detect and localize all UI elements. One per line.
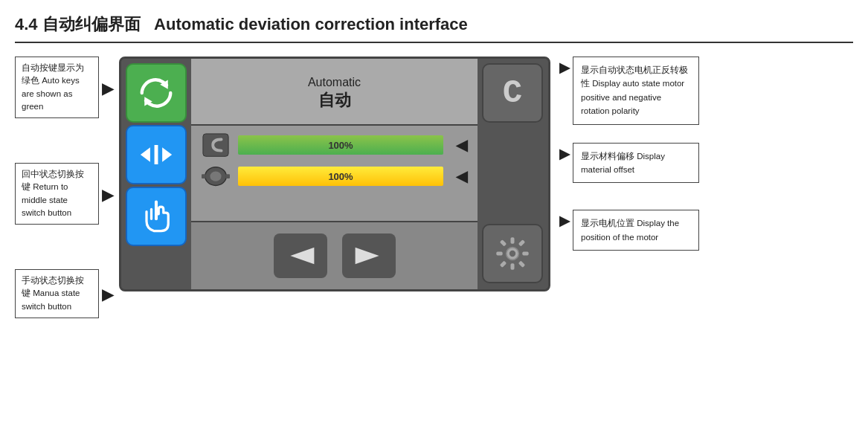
manual-icon xyxy=(137,197,176,236)
mode-label-en: Automatic xyxy=(308,76,361,89)
svg-rect-17 xyxy=(522,252,528,256)
svg-rect-5 xyxy=(203,134,228,156)
auto-icon xyxy=(135,72,177,114)
annotation-center-key: 回中状态切换按键 Return to middle state switch b… xyxy=(15,163,99,225)
progress-bar-2-fill: 100% xyxy=(238,167,443,186)
svg-marker-2 xyxy=(141,147,150,162)
arrow-to-bar1: ◀ xyxy=(456,136,467,154)
c-button-label: C xyxy=(503,74,522,112)
progress-bar-1-container: 100% xyxy=(237,135,444,155)
sensor-icon-1 xyxy=(202,133,230,157)
annotation-motor-position: 显示电机位置 Display the position of the motor xyxy=(573,210,699,251)
bar-row-2: 100% ◀ xyxy=(202,164,467,188)
progress-bar-1-label: 100% xyxy=(328,140,353,151)
progress-bar-2-container: 100% xyxy=(237,166,444,187)
manual-button[interactable] xyxy=(126,187,187,246)
arrow-to-center: ▶ xyxy=(99,186,113,204)
svg-rect-18 xyxy=(500,239,507,246)
page-title: 4.4 自动纠偏界面 Automatic deviation correctio… xyxy=(15,15,468,33)
right-buttons-column: C xyxy=(478,59,548,289)
arrow-buttons-row xyxy=(191,222,478,289)
left-arrow-button[interactable] xyxy=(274,233,327,278)
right-arrow-button[interactable] xyxy=(342,233,396,278)
gear-button[interactable] xyxy=(482,224,543,283)
auto-button[interactable] xyxy=(126,63,187,123)
right-annotations: ▶ 显示自动状态电机正反转极性 Display auto state motor… xyxy=(550,57,699,251)
left-annotations: 自动按键显示为绿色 Auto keys are shown as green ▶… xyxy=(15,57,119,320)
svg-rect-16 xyxy=(496,252,502,256)
arrow-from-gear: ▶ xyxy=(559,210,573,229)
panel-rows: Automatic 自动 xyxy=(121,59,548,289)
annotation-motor-polarity: 显示自动状态电机正反转极性 Display auto state motor p… xyxy=(573,57,699,125)
arrow-from-c-button: ▶ xyxy=(559,57,573,76)
arrow-to-bar2: ◀ xyxy=(456,167,467,185)
svg-marker-10 xyxy=(290,248,314,264)
svg-marker-11 xyxy=(355,248,379,264)
sensor1-svg xyxy=(202,132,230,158)
left-buttons-column xyxy=(121,59,191,289)
svg-rect-21 xyxy=(518,260,525,267)
main-layout: 自动按键显示为绿色 Auto keys are shown as green ▶… xyxy=(15,57,853,320)
progress-section: 100% ◀ xyxy=(191,126,478,222)
right-spacer xyxy=(482,125,544,222)
arrow-to-auto: ▶ xyxy=(99,80,113,97)
motor-svg xyxy=(202,164,230,189)
svg-rect-14 xyxy=(511,237,515,243)
svg-rect-4 xyxy=(155,145,158,164)
svg-point-13 xyxy=(509,251,515,257)
title-en: Automatic deviation correction interface xyxy=(154,15,468,33)
progress-bar-2-label: 100% xyxy=(328,171,353,182)
annotation-auto-key: 自动按键显示为绿色 Auto keys are shown as green xyxy=(15,57,99,118)
motor-icon xyxy=(202,164,230,188)
title-section: 4.4 自动纠偏界面 Automatic deviation correctio… xyxy=(15,13,853,43)
title-cn: 自动纠偏界面 xyxy=(42,15,141,33)
mode-label-cn: 自动 xyxy=(318,89,351,112)
center-icon xyxy=(137,135,176,174)
section-number: 4.4 xyxy=(15,15,38,33)
right-arrow-icon xyxy=(354,244,384,268)
svg-rect-19 xyxy=(518,239,525,246)
arrow-from-bar1: ▶ xyxy=(559,143,573,162)
svg-rect-20 xyxy=(500,260,507,267)
svg-rect-9 xyxy=(225,174,230,178)
svg-point-7 xyxy=(210,171,221,181)
svg-marker-3 xyxy=(162,147,172,162)
center-column: Automatic 自动 xyxy=(191,59,478,289)
left-arrow-icon xyxy=(286,244,315,268)
mode-display: Automatic 自动 xyxy=(191,59,478,126)
center-button[interactable] xyxy=(126,125,187,184)
svg-rect-15 xyxy=(511,263,515,269)
page-container: 4.4 自动纠偏界面 Automatic deviation correctio… xyxy=(0,0,868,327)
progress-bar-1-fill: 100% xyxy=(238,135,443,155)
c-button[interactable]: C xyxy=(482,63,543,123)
svg-rect-8 xyxy=(202,174,206,178)
annotation-manual-key: 手动状态切换按键 Manua state switch button xyxy=(15,269,99,318)
gear-icon xyxy=(494,235,531,272)
device-panel: Automatic 自动 xyxy=(119,57,550,291)
arrow-to-manual: ▶ xyxy=(99,286,113,303)
bar-row-1: 100% ◀ xyxy=(202,133,467,157)
annotation-material-offset: 显示材料偏移 Display material offset xyxy=(573,143,699,184)
